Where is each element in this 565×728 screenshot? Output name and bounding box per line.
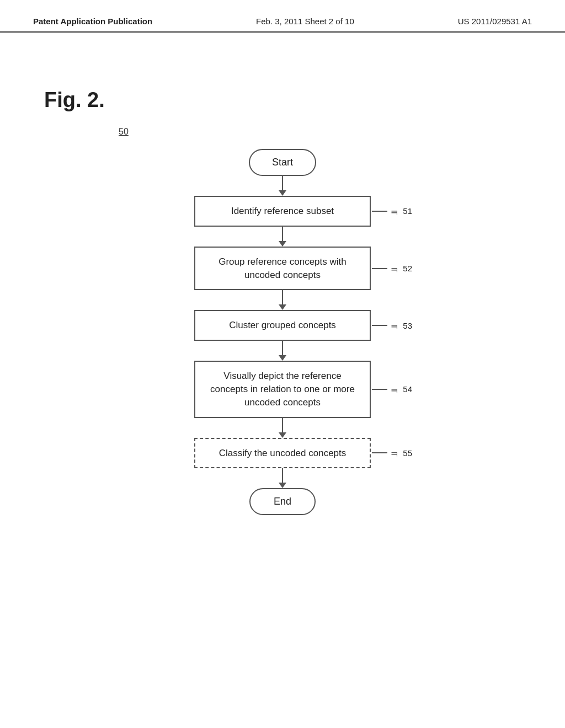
- step-53-box: Cluster grouped concepts: [194, 310, 371, 341]
- step-52-box: Group reference concepts with uncoded co…: [194, 247, 371, 291]
- hook-line-55: [372, 452, 387, 453]
- step-51-row: Identify reference subset ⫬ 51: [194, 196, 371, 227]
- ref-54: ⫬ 54: [372, 383, 412, 396]
- hook-curve-51: ⫬: [390, 205, 399, 218]
- ref-52: ⫬ 52: [372, 262, 412, 275]
- hook-curve-54: ⫬: [390, 383, 399, 396]
- end-oval: End: [249, 488, 316, 515]
- publication-label: Patent Application Publication: [33, 17, 152, 26]
- step-54-box: Visually depict the reference concepts i…: [194, 361, 371, 417]
- hook-label-54: 54: [403, 384, 412, 394]
- arrow-5: [279, 418, 286, 438]
- main-ref-number: 50: [119, 127, 129, 137]
- step-52-row: Group reference concepts with uncoded co…: [194, 247, 371, 291]
- ref-55: ⫬ 55: [372, 446, 412, 459]
- arrow-1: [279, 176, 286, 196]
- arrow-6: [279, 468, 286, 488]
- date-sheet-info: Feb. 3, 2011 Sheet 2 of 10: [256, 17, 354, 26]
- ref-hook-53: ⫬ 53: [372, 319, 412, 332]
- ref-hook-55: ⫬ 55: [372, 446, 412, 459]
- hook-label-53: 53: [403, 321, 412, 330]
- step-55-row: Classify the uncoded concepts ⫬ 55: [194, 438, 371, 469]
- patent-number: US 2011/029531 A1: [458, 17, 532, 26]
- step-54-row: Visually depict the reference concepts i…: [194, 361, 371, 417]
- hook-curve-53: ⫬: [390, 319, 399, 332]
- figure-label: Fig. 2.: [44, 88, 105, 112]
- ref-hook-52: ⫬ 52: [372, 262, 412, 275]
- ref-51: ⫬ 51: [372, 205, 412, 218]
- hook-line-52: [372, 268, 387, 269]
- arrow-4: [279, 341, 286, 361]
- hook-label-52: 52: [403, 264, 412, 273]
- ref-hook-51: ⫬ 51: [372, 205, 412, 218]
- step-51-box: Identify reference subset: [194, 196, 371, 227]
- hook-curve-52: ⫬: [390, 262, 399, 275]
- step-53-row: Cluster grouped concepts ⫬ 53: [194, 310, 371, 341]
- ref-hook-54: ⫬ 54: [372, 383, 412, 396]
- arrow-2: [279, 227, 286, 247]
- hook-curve-55: ⫬: [390, 446, 399, 459]
- hook-line-53: [372, 325, 387, 326]
- end-node: End: [249, 488, 316, 515]
- hook-line-54: [372, 389, 387, 390]
- hook-label-51: 51: [403, 206, 412, 216]
- step-55-box: Classify the uncoded concepts: [194, 438, 371, 469]
- page-header: Patent Application Publication Feb. 3, 2…: [0, 0, 565, 33]
- start-oval: Start: [249, 149, 316, 176]
- hook-line-51: [372, 211, 387, 212]
- flowchart: Start Identify reference subset ⫬ 51 Gro…: [194, 149, 371, 515]
- start-node: Start: [249, 149, 316, 176]
- ref-53: ⫬ 53: [372, 319, 412, 332]
- hook-label-55: 55: [403, 448, 412, 458]
- arrow-3: [279, 290, 286, 310]
